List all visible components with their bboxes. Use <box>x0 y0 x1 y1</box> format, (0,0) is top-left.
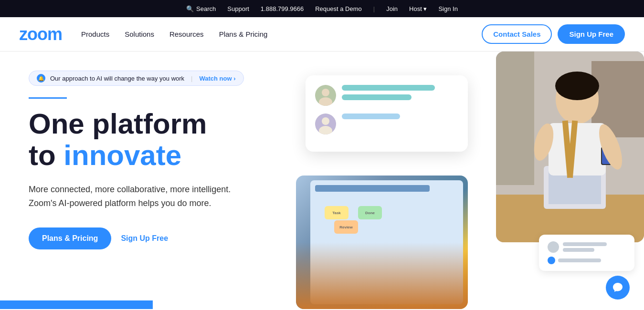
svg-point-13 <box>555 72 599 100</box>
top-request-demo[interactable]: Request a Demo <box>315 5 362 12</box>
hero-sign-up-link[interactable]: Sign Up Free <box>121 234 168 243</box>
person-image <box>496 52 644 242</box>
alert-divider: | <box>191 75 192 82</box>
nav-links: Products Solutions Resources Plans & Pri… <box>81 30 482 38</box>
phone-dot <box>548 257 555 264</box>
hero-accent-line <box>29 97 67 99</box>
contact-card <box>539 235 634 271</box>
flow-node-yellow: Task <box>325 206 348 219</box>
avatar-1 <box>315 85 336 106</box>
top-bar: 🔍 Search Support 1.888.799.9666 Request … <box>0 0 644 17</box>
nav-resources[interactable]: Resources <box>169 30 204 38</box>
laptop-placeholder: Task Done Review <box>296 176 468 309</box>
avatar-2 <box>315 114 336 134</box>
svg-rect-8 <box>496 52 534 185</box>
top-host[interactable]: Host ▾ <box>409 5 427 12</box>
watch-now-link[interactable]: Watch now › <box>199 75 235 82</box>
contact-card-lines <box>563 242 626 252</box>
chat-line-1a <box>342 85 435 91</box>
nav-actions: Contact Sales Sign Up Free <box>482 24 625 44</box>
top-phone: 1.888.799.9666 <box>261 5 304 12</box>
chat-lines-2 <box>342 114 458 119</box>
hero-right: Task Done Review <box>296 52 644 309</box>
hero-title-line1: One platform <box>29 108 207 140</box>
person-placeholder <box>496 52 644 242</box>
chat-row-1 <box>315 85 458 106</box>
chat-line-2a <box>342 114 400 119</box>
laptop-image: Task Done Review <box>296 176 468 309</box>
bottom-blue-bar <box>0 300 153 309</box>
plans-pricing-button[interactable]: Plans & Pricing <box>29 227 111 249</box>
svg-point-4 <box>322 117 329 125</box>
nav-solutions[interactable]: Solutions <box>125 30 154 38</box>
top-support[interactable]: Support <box>227 5 249 12</box>
flow-node-orange: Review <box>334 220 358 234</box>
bell-icon: 🔔 <box>37 74 45 83</box>
chat-line-1b <box>342 94 412 100</box>
hero-title: One platform to innovate <box>29 108 296 171</box>
top-sign-in[interactable]: Sign In <box>438 5 457 12</box>
chat-card <box>306 75 468 152</box>
search-label[interactable]: Search <box>196 5 216 12</box>
hero-section: 🔔 Our approach to AI will change the way… <box>0 52 644 309</box>
host-chevron-icon: ▾ <box>423 5 427 12</box>
alert-text: Our approach to AI will change the way y… <box>50 75 184 82</box>
search-icon: 🔍 <box>186 5 194 12</box>
chat-fab-button[interactable] <box>606 276 630 300</box>
contact-line-2 <box>563 248 594 252</box>
nav-plans-pricing[interactable]: Plans & Pricing <box>219 30 268 38</box>
nav-products[interactable]: Products <box>81 30 109 38</box>
hero-buttons: Plans & Pricing Sign Up Free <box>29 227 296 249</box>
hero-subtitle: More connected, more collaborative, more… <box>29 183 239 210</box>
svg-rect-14 <box>549 123 606 176</box>
hero-title-line2: to <box>29 139 63 171</box>
contact-line-1 <box>563 242 607 246</box>
chat-row-2 <box>315 114 458 134</box>
contact-card-row-1 <box>548 241 626 253</box>
svg-point-1 <box>322 89 329 96</box>
hero-title-highlight: innovate <box>63 139 181 171</box>
phone-icon-row <box>548 257 626 264</box>
phone-line <box>558 258 601 262</box>
search-item[interactable]: 🔍 Search <box>186 5 216 12</box>
nav-sign-up-button[interactable]: Sign Up Free <box>558 24 625 44</box>
contact-sales-button[interactable]: Contact Sales <box>482 24 552 44</box>
top-divider: | <box>373 5 375 12</box>
chat-lines-1 <box>342 85 458 100</box>
logo[interactable]: zoom <box>19 24 62 44</box>
alert-banner: 🔔 Our approach to AI will change the way… <box>29 71 244 86</box>
main-nav: zoom Products Solutions Resources Plans … <box>0 17 644 52</box>
flow-node-green: Done <box>358 206 382 219</box>
arrow-icon: › <box>233 75 235 82</box>
top-join[interactable]: Join <box>386 5 398 12</box>
contact-avatar <box>548 241 559 253</box>
hero-left: 🔔 Our approach to AI will change the way… <box>29 52 296 249</box>
